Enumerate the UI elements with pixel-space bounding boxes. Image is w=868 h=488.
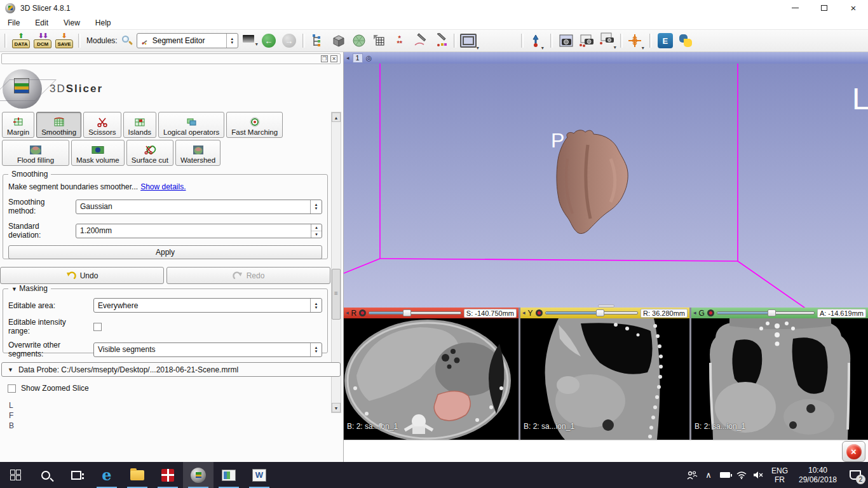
scene-views-button[interactable] [577,31,596,50]
red-slice-view[interactable]: ◂ R S: -140.750mm [344,308,519,440]
close-button[interactable]: × [839,0,868,16]
apply-button[interactable]: Apply [8,245,322,259]
taskbar-search-button[interactable] [31,462,61,488]
module-search-icon[interactable] [121,35,133,46]
menu-edit[interactable]: Edit [27,17,56,29]
annotation-ruler-button[interactable] [410,31,430,50]
language-indicator[interactable]: ENG FR [766,466,793,484]
taskbar-slicer-button[interactable] [183,462,214,488]
red-slice-viewport[interactable]: B: 2: sa...ion_1 [344,318,519,440]
effect-button-smoothing[interactable]: Smoothing [36,112,81,138]
smoothing-method-combobox[interactable]: Gaussian ▲▼ [76,200,322,214]
green-slice-view[interactable]: ◂ G A: -14.619mm [691,308,868,440]
close-panel-icon[interactable]: ✕ [330,55,337,62]
effect-button-watershed[interactable]: Watershed [175,140,220,166]
scroll-down-arrow[interactable]: ▼ [332,403,341,412]
effect-button-fast-marching[interactable]: Fast Marching [226,112,283,138]
pin-icon[interactable]: ◂ [693,310,696,316]
annotation-list-button[interactable] [431,31,450,50]
scene-view-restore-button[interactable]: ▾ [597,31,616,50]
data-probe-collapsible[interactable]: ▼ Data Probe: C:/Users/msepty/Desktop/..… [1,362,341,377]
menu-file[interactable]: File [0,17,27,29]
taskbar-word-button[interactable]: W [244,462,275,488]
volume-rendering-button[interactable] [370,31,389,50]
load-dicom-button[interactable]: ⬇⬇ DCM [32,31,53,50]
volume-muted-icon[interactable] [750,462,766,488]
models-module-button[interactable] [349,31,369,50]
threed-view[interactable]: ◂ 1 ◎ [344,52,868,308]
action-center-button[interactable]: 2 [843,462,868,488]
effect-button-islands[interactable]: Islands [123,112,156,138]
green-slice-viewport[interactable]: B: 2: sa...ion_1 [691,318,868,440]
stddev-spinbox[interactable]: 1.200mm ▲▼ [76,224,322,238]
intensity-range-checkbox[interactable] [93,323,102,331]
slice-visibility-icon[interactable] [707,309,714,316]
module-history-button[interactable]: ▾ [239,31,258,50]
markups-button[interactable]: *** [390,31,409,50]
green-slice-slider[interactable] [717,309,815,316]
overlay-close-button[interactable]: × [842,441,865,462]
redo-button[interactable]: Redo [166,267,330,284]
taskbar-file-explorer-button[interactable] [122,462,153,488]
scrollbar-thumb[interactable] [332,269,341,320]
yellow-slice-slider[interactable] [545,309,638,316]
clock-indicator[interactable]: 10:40 29/06/2018 [793,466,843,485]
menu-view[interactable]: View [56,17,88,29]
wifi-icon[interactable] [733,462,750,488]
pin-icon[interactable]: ◂ [346,55,349,61]
minimize-button[interactable] [780,0,810,16]
yellow-slice-controller-bar[interactable]: ◂ Y R: 36.280mm [520,308,689,318]
scroll-up-arrow[interactable]: ▲ [332,112,341,122]
battery-icon[interactable] [717,462,733,488]
module-back-button[interactable]: ← [259,31,278,50]
red-slice-controller-bar[interactable]: ◂ R S: -140.750mm [344,308,519,318]
slice-visibility-icon[interactable] [359,309,366,316]
effect-button-surface-cut[interactable]: Surface cut [126,140,173,166]
module-selector-combobox[interactable]: Segment Editor ▲▼ [137,33,238,48]
task-view-button[interactable] [61,462,92,488]
layout-selector-button[interactable]: ▾ [460,31,479,50]
red-slice-slider[interactable] [369,309,461,316]
undock-panel-icon[interactable]: ❐ [321,55,328,62]
subject-hierarchy-button[interactable] [309,31,328,50]
stddev-spin-buttons[interactable]: ▲▼ [311,224,322,238]
taskbar-table-app-button[interactable] [214,462,244,488]
start-button[interactable] [0,462,31,488]
show-details-link[interactable]: Show details. [140,182,186,191]
yellow-slice-view[interactable]: ◂ Y R: 36.280mm [520,308,689,440]
taskbar-gift-app-button[interactable] [153,462,183,488]
menu-help[interactable]: Help [88,17,119,29]
python-console-button[interactable] [676,31,695,50]
tray-chevron-up-icon[interactable]: ∧ [700,462,717,488]
show-zoomed-slice-checkbox[interactable] [8,384,16,393]
volume-module-button[interactable] [329,31,348,50]
save-button[interactable]: ⬇ SAVE [54,31,74,50]
yellow-slice-viewport[interactable]: B: 2: sa...ion_1 [520,318,689,440]
pin-icon[interactable]: ◂ [522,310,526,316]
threed-view-controller-bar[interactable]: ◂ 1 ◎ [344,52,868,64]
screenshot-button[interactable] [557,31,576,50]
module-forward-button[interactable]: → [280,31,299,50]
module-combo-arrows[interactable]: ▲▼ [226,34,238,48]
editable-area-combobox[interactable]: Everywhere ▲▼ [93,298,322,313]
overwrite-segments-combobox[interactable]: Visible segments ▲▼ [93,342,322,357]
threed-viewport[interactable]: P L [344,64,868,308]
taskbar-edge-button[interactable]: e [92,462,122,488]
extensions-manager-button[interactable]: E [656,31,675,50]
mouse-mode-button[interactable]: ▾ [527,31,546,50]
maximize-button[interactable] [810,0,839,16]
crosshair-button[interactable]: ▾ [627,31,646,50]
effect-button-scissors[interactable]: Scissors [83,112,121,138]
slice-visibility-icon[interactable] [536,309,543,316]
view-crosshair-icon[interactable]: ◎ [366,54,372,62]
undo-button[interactable]: Undo [0,267,164,284]
people-tray-icon[interactable] [684,462,700,488]
effect-button-margin[interactable]: Margin [2,112,34,138]
effect-button-logical-operators[interactable]: Logical operators [158,112,224,138]
pin-icon[interactable]: ◂ [346,310,349,316]
effect-button-mask-volume[interactable]: Mask volume [71,140,125,166]
green-slice-controller-bar[interactable]: ◂ G A: -14.619mm [691,308,868,318]
load-data-button[interactable]: ⬆ DATA [11,31,31,50]
effect-button-flood-filling[interactable]: Flood filling [2,140,69,166]
masking-group-title[interactable]: ▼ Masking [8,284,51,293]
